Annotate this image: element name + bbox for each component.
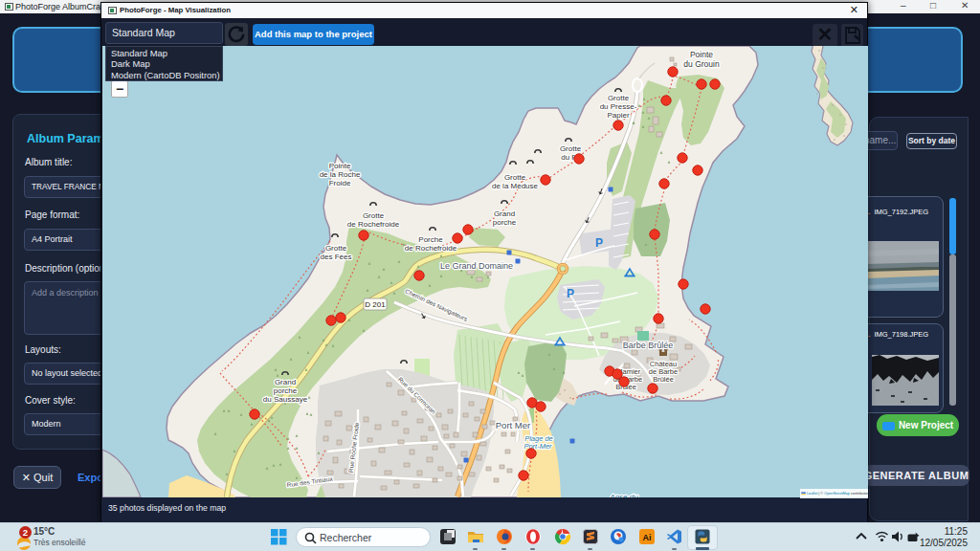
svg-text:du Saussaye: du Saussaye [263,395,308,404]
svg-text:P: P [567,287,574,300]
svg-text:de la Roche: de la Roche [320,170,361,179]
svg-text:du Presse-: du Presse- [600,102,637,111]
svg-text:Le Grand Domaine: Le Grand Domaine [440,261,513,271]
svg-text:Grotte: Grotte [363,211,385,220]
svg-text:Brûlée: Brûlée [653,375,674,384]
svg-text:porche: porche [274,386,298,395]
svg-text:Grand: Grand [275,378,296,386]
svg-text:de la Méduse: de la Méduse [492,182,539,190]
svg-text:Porche: Porche [418,235,443,244]
svg-text:2: 2 [23,527,28,538]
svg-text:du Grouin: du Grouin [683,59,720,69]
svg-text:Froide: Froide [329,179,351,187]
svg-text:Grotte: Grotte [560,144,582,153]
svg-text:D 201: D 201 [365,300,386,309]
svg-text:de Rochefroide: de Rochefroide [347,220,400,229]
svg-text:des Fées: des Fées [321,253,352,261]
svg-text:P: P [595,236,603,250]
svg-text:Papier: Papier [607,111,629,120]
svg-text:Grotte: Grotte [504,173,526,182]
svg-text:Pointe: Pointe [690,50,713,59]
svg-text:porche: porche [493,218,517,227]
svg-text:Grand: Grand [494,209,515,218]
svg-text:Grotte: Grotte [608,94,630,102]
svg-text:Ai: Ai [643,533,652,542]
svg-text:de Rochefroide: de Rochefroide [405,244,457,253]
svg-text:Pointe: Pointe [329,162,351,170]
svg-text:Barbe Brûlée: Barbe Brûlée [623,341,674,350]
svg-text:Port Mer: Port Mer [496,420,530,430]
svg-text:Grotte: Grotte [325,244,347,253]
